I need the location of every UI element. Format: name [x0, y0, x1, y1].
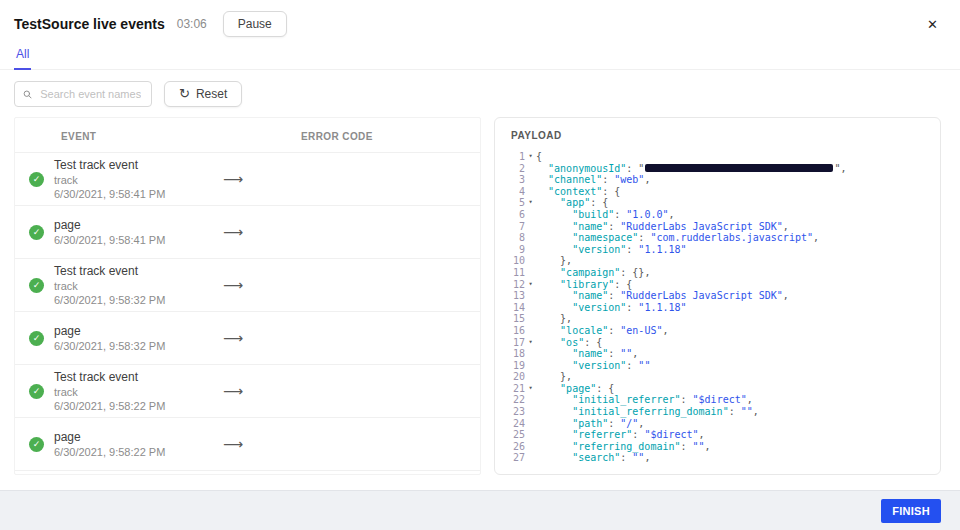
- code-line: 18 "name": "",: [501, 348, 940, 360]
- event-timestamp: 6/30/2021, 9:58:22 PM: [54, 399, 165, 413]
- close-icon[interactable]: ✕: [921, 15, 944, 34]
- code-text: "build": "1.0.0",: [536, 209, 675, 221]
- main-content: EVENT ERROR CODE ✓ Test track event trac…: [0, 117, 960, 475]
- success-check-icon: ✓: [29, 331, 44, 346]
- code-line: 2 "anonymousId": "",: [501, 163, 940, 175]
- search-icon: [23, 89, 32, 100]
- search-input[interactable]: [38, 87, 143, 101]
- arrow-right-icon[interactable]: ⟶: [223, 383, 243, 399]
- event-timestamp: 6/30/2021, 9:58:32 PM: [54, 293, 165, 307]
- code-line: 21 ▾ "page": {: [501, 383, 940, 395]
- code-line: 23 "initial_referring_domain": "",: [501, 406, 940, 418]
- footer-bar: FINISH: [0, 490, 960, 530]
- line-number: 15: [501, 313, 525, 325]
- line-number: 18: [501, 348, 525, 360]
- table-header: EVENT ERROR CODE: [15, 118, 480, 153]
- modal-header: TestSource live events 03:06 Pause ✕: [0, 0, 960, 44]
- event-type: track: [54, 279, 165, 293]
- line-number: 20: [501, 371, 525, 383]
- payload-panel[interactable]: PAYLOAD 1 ▾ { 2 "anonymousId": "", 3 "ch…: [494, 117, 941, 475]
- line-number: 21: [501, 383, 525, 395]
- code-text: },: [536, 313, 572, 325]
- line-number: 1: [501, 151, 525, 163]
- reset-label: Reset: [196, 87, 227, 101]
- line-number: 27: [501, 452, 525, 464]
- code-line: 1 ▾ {: [501, 151, 940, 163]
- code-line: 19 "version": "": [501, 360, 940, 372]
- arrow-right-icon[interactable]: ⟶: [223, 277, 243, 293]
- event-timestamp: 6/30/2021, 9:58:22 PM: [54, 445, 165, 459]
- event-row[interactable]: ✓ Test track event track 6/30/2021, 9:58…: [15, 153, 480, 206]
- line-number: 11: [501, 267, 525, 279]
- code-text: "channel": "web",: [536, 174, 650, 186]
- arrow-right-icon[interactable]: ⟶: [223, 224, 243, 240]
- session-timer: 03:06: [177, 17, 207, 31]
- finish-button[interactable]: FINISH: [881, 499, 941, 523]
- event-meta: Test track event track 6/30/2021, 9:58:2…: [54, 370, 165, 413]
- line-number: 16: [501, 325, 525, 337]
- code-line: 8 "namespace": "com.rudderlabs.javascrip…: [501, 232, 940, 244]
- collapse-caret-icon[interactable]: ▾: [525, 151, 536, 163]
- code-text: "os": {: [536, 337, 602, 349]
- success-check-icon: ✓: [29, 437, 44, 452]
- code-line: 15 },: [501, 313, 940, 325]
- line-number: 24: [501, 418, 525, 430]
- line-number: 13: [501, 290, 525, 302]
- collapse-caret-icon[interactable]: ▾: [525, 197, 536, 209]
- event-row[interactable]: ✓ Test track event track 6/30/2021, 9:58…: [15, 259, 480, 312]
- code-text: "initial_referrer": "$direct",: [536, 394, 753, 406]
- code-line: 17 ▾ "os": {: [501, 337, 940, 349]
- code-text: },: [536, 255, 572, 267]
- event-name: page: [54, 324, 165, 339]
- event-row[interactable]: ✓ Test track event track 6/30/2021, 9:58…: [15, 365, 480, 418]
- code-line: 4 "context": {: [501, 186, 940, 198]
- column-header-event: EVENT: [61, 131, 96, 142]
- arrow-right-icon[interactable]: ⟶: [223, 330, 243, 346]
- event-row[interactable]: ✓ page 6/30/2021, 9:58:32 PM ⟶: [15, 312, 480, 365]
- event-meta: page 6/30/2021, 9:58:41 PM: [54, 218, 165, 247]
- line-number: 19: [501, 360, 525, 372]
- code-text: "app": {: [536, 197, 608, 209]
- collapse-caret-icon[interactable]: ▾: [525, 279, 536, 291]
- line-number: 6: [501, 209, 525, 221]
- success-check-icon: ✓: [29, 172, 44, 187]
- collapse-caret-icon[interactable]: ▾: [525, 383, 536, 395]
- code-line: 16 "locale": "en-US",: [501, 325, 940, 337]
- event-name: Test track event: [54, 264, 165, 279]
- code-text: "context": {: [536, 186, 620, 198]
- column-header-error-code: ERROR CODE: [301, 131, 373, 142]
- events-panel: EVENT ERROR CODE ✓ Test track event trac…: [14, 117, 481, 475]
- code-line: 24 "path": "/",: [501, 418, 940, 430]
- code-text: "campaign": {},: [536, 267, 650, 279]
- arrow-right-icon[interactable]: ⟶: [223, 436, 243, 452]
- tab-bar: All: [0, 44, 960, 70]
- toolbar: ↻ Reset: [0, 70, 960, 117]
- event-row[interactable]: ✓ page 6/30/2021, 9:58:41 PM ⟶: [15, 206, 480, 259]
- code-line: 12 ▾ "library": {: [501, 279, 940, 291]
- code-text: },: [536, 371, 572, 383]
- live-events-modal: TestSource live events 03:06 Pause ✕ All…: [0, 0, 960, 530]
- event-meta: page 6/30/2021, 9:58:22 PM: [54, 430, 165, 459]
- line-number: 7: [501, 221, 525, 233]
- line-number: 5: [501, 197, 525, 209]
- line-number: 14: [501, 302, 525, 314]
- pause-button[interactable]: Pause: [223, 11, 287, 37]
- payload-title: PAYLOAD: [495, 130, 940, 151]
- code-text: "version": "1.1.18": [536, 302, 687, 314]
- search-box[interactable]: [14, 81, 152, 107]
- arrow-right-icon[interactable]: ⟶: [223, 171, 243, 187]
- redacted-value: [645, 164, 833, 172]
- reset-button[interactable]: ↻ Reset: [164, 81, 242, 107]
- collapse-caret-icon[interactable]: ▾: [525, 337, 536, 349]
- line-number: 10: [501, 255, 525, 267]
- event-meta: Test track event track 6/30/2021, 9:58:3…: [54, 264, 165, 307]
- tab-all[interactable]: All: [14, 44, 31, 70]
- code-text: "name": "RudderLabs JavaScript SDK",: [536, 290, 789, 302]
- success-check-icon: ✓: [29, 384, 44, 399]
- event-timestamp: 6/30/2021, 9:58:41 PM: [54, 233, 165, 247]
- event-list[interactable]: ✓ Test track event track 6/30/2021, 9:58…: [15, 153, 480, 471]
- event-row[interactable]: ✓ page 6/30/2021, 9:58:22 PM ⟶: [15, 418, 480, 471]
- code-line: 5 ▾ "app": {: [501, 197, 940, 209]
- line-number: 26: [501, 441, 525, 453]
- line-number: 25: [501, 429, 525, 441]
